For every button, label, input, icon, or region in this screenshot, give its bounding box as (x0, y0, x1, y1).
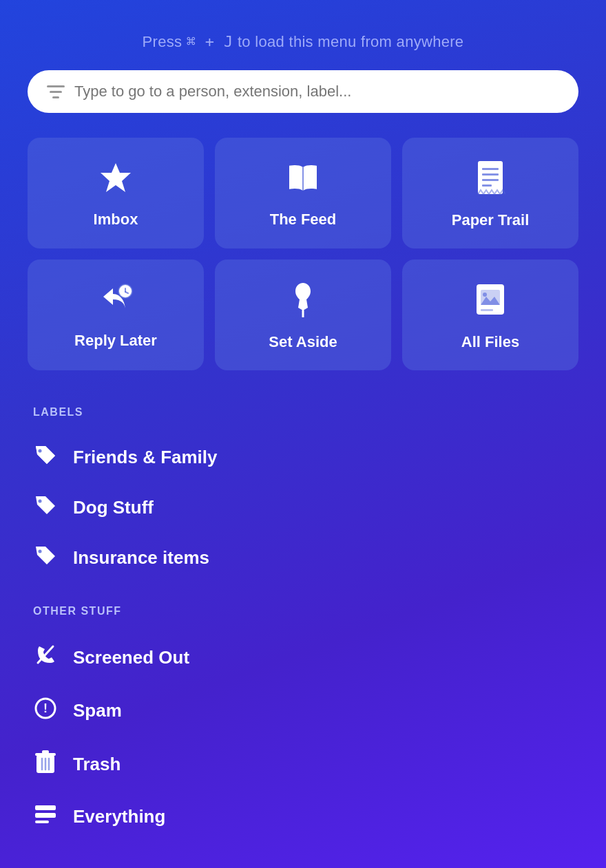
svg-point-21 (39, 550, 42, 553)
reply-later-icon (98, 283, 134, 321)
other-item-everything[interactable]: Everything (33, 792, 573, 842)
nav-card-set-aside[interactable]: Set Aside (215, 260, 391, 370)
labels-heading: LABELS (33, 406, 573, 419)
svg-rect-2 (52, 96, 59, 98)
svg-rect-8 (482, 179, 499, 181)
everything-label: Everything (73, 806, 165, 827)
pin-icon (287, 282, 319, 322)
search-input[interactable] (74, 83, 559, 100)
svg-text:!: ! (43, 701, 48, 715)
friends-family-label: Friends & Family (73, 447, 218, 468)
nav-card-all-files[interactable]: All Files (402, 260, 578, 370)
svg-rect-7 (482, 173, 499, 176)
all-files-icon (474, 282, 507, 322)
nav-card-imbox[interactable]: Imbox (28, 138, 204, 248)
nav-grid: Imbox The Feed Paper Trail (0, 138, 606, 370)
receipt-icon (475, 160, 505, 200)
svg-rect-5 (478, 161, 503, 194)
other-item-spam[interactable]: ! Spam (33, 684, 573, 737)
all-files-label: All Files (461, 333, 519, 351)
spam-label: Spam (73, 700, 122, 721)
nav-card-reply-later[interactable]: Reply Later (28, 260, 204, 370)
tag-icon-friends (33, 445, 58, 470)
svg-point-19 (39, 449, 42, 453)
set-aside-label: Set Aside (269, 333, 337, 351)
hint-suffix: to load this menu from anywhere (238, 33, 463, 50)
svg-rect-33 (35, 821, 49, 823)
other-item-screened-out[interactable]: Screened Out (33, 631, 573, 684)
label-item-friends-family[interactable]: Friends & Family (33, 432, 573, 483)
imbox-label: Imbox (94, 211, 138, 229)
hint-text: Press ⌘ + J to load this menu from anywh… (143, 33, 464, 50)
everything-icon (33, 804, 58, 829)
book-icon (286, 160, 320, 200)
star-icon (98, 160, 134, 200)
tag-icon-insurance (33, 545, 58, 571)
svg-rect-31 (35, 805, 56, 810)
reply-later-label: Reply Later (74, 332, 157, 350)
screened-out-label: Screened Out (73, 647, 189, 668)
svg-point-20 (39, 500, 42, 503)
svg-rect-9 (482, 184, 492, 187)
svg-point-17 (483, 293, 487, 297)
svg-rect-27 (42, 750, 49, 754)
filter-icon (47, 84, 65, 99)
nav-card-the-feed[interactable]: The Feed (215, 138, 391, 248)
label-item-insurance[interactable]: Insurance items (33, 533, 573, 583)
spam-icon: ! (33, 697, 58, 725)
insurance-label: Insurance items (73, 547, 209, 569)
other-section: OTHER STUFF Screened Out ! Spam (0, 583, 606, 842)
nav-card-paper-trail[interactable]: Paper Trail (402, 138, 578, 248)
label-item-dog-stuff[interactable]: Dog Stuff (33, 483, 573, 533)
paper-trail-label: Paper Trail (452, 211, 530, 229)
screened-out-icon (33, 644, 58, 672)
search-bar-container (0, 70, 606, 138)
labels-section: LABELS Friends & Family Dog Stuff I (0, 381, 606, 583)
svg-rect-18 (481, 309, 493, 311)
the-feed-label: The Feed (270, 211, 337, 229)
svg-rect-32 (35, 813, 56, 818)
dog-stuff-label: Dog Stuff (73, 497, 154, 518)
svg-rect-0 (47, 85, 65, 87)
search-bar[interactable] (28, 70, 578, 113)
trash-icon (33, 750, 58, 779)
svg-marker-3 (101, 163, 131, 192)
trash-label: Trash (73, 754, 121, 775)
other-item-trash[interactable]: Trash (33, 737, 573, 792)
svg-rect-1 (50, 91, 62, 93)
tag-icon-dog (33, 495, 58, 520)
other-heading: OTHER STUFF (33, 605, 573, 617)
keyboard-hint: Press ⌘ + J to load this menu from anywh… (0, 0, 606, 70)
svg-rect-6 (482, 168, 499, 170)
hint-keys: ⌘ + J (187, 33, 233, 50)
